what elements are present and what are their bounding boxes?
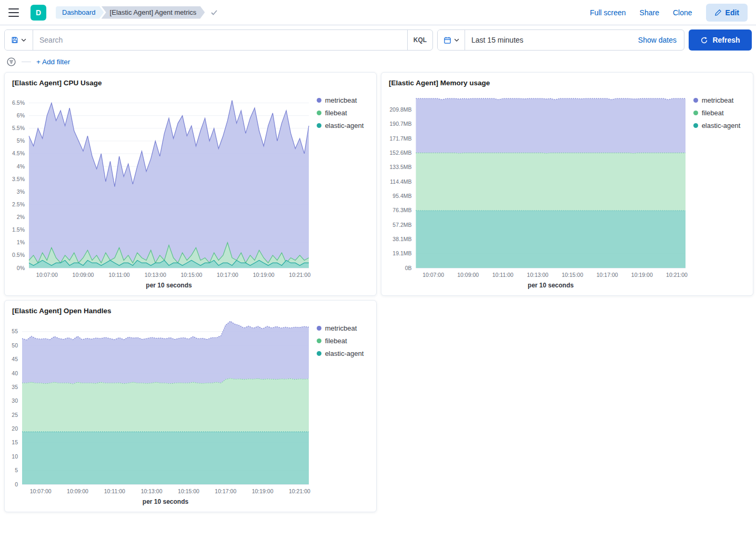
svg-text:10:09:00: 10:09:00 [67,488,88,494]
breadcrumb: Dashboard [Elastic Agent] Agent metrics [56,6,205,19]
chevron-down-icon [21,37,26,43]
query-bar: KQL Last 15 minutes Show dates Refresh [0,25,756,55]
svg-text:20: 20 [12,425,18,432]
area-chart-memory-usage[interactable]: 0B19.1MB38.1MB57.2MB76.3MB95.4MB114.4MB1… [385,90,688,291]
svg-text:10:11:00: 10:11:00 [104,488,125,494]
saved-query-button[interactable] [5,30,33,50]
legend-label: filebeat [325,337,347,345]
legend-label: metricbeat [325,96,357,104]
search-bar: KQL [4,29,433,51]
legend-label: filebeat [325,109,347,117]
legend-dot-icon [317,123,321,128]
legend-item-filebeat[interactable]: filebeat [693,109,750,117]
calendar-button[interactable] [438,30,465,50]
legend-dot-icon [317,98,321,103]
svg-text:25: 25 [12,412,18,418]
panel-title[interactable]: [Elastic Agent] CPU Usage [5,78,376,90]
legend-item-elastic-agent[interactable]: elastic-agent [317,350,373,357]
legend-item-metricbeat[interactable]: metricbeat [693,96,750,104]
breadcrumb-dashboard[interactable]: Dashboard [56,6,104,19]
search-input[interactable] [33,30,407,50]
time-range-value[interactable]: Last 15 minutes [465,36,638,44]
filter-icon[interactable] [6,57,16,67]
svg-text:10:17:00: 10:17:00 [217,272,238,278]
svg-text:per 10 seconds: per 10 seconds [528,282,574,289]
svg-text:5: 5 [15,467,18,473]
avatar[interactable]: D [31,5,46,21]
svg-text:10:09:00: 10:09:00 [73,272,94,278]
legend-item-metricbeat[interactable]: metricbeat [317,324,373,332]
menu-icon[interactable] [8,8,19,17]
svg-text:76.3MB: 76.3MB [392,207,411,213]
svg-text:10:13:00: 10:13:00 [145,272,166,278]
legend-label: filebeat [702,109,724,117]
chart-legend: metricbeatfilebeatelastic-agent [311,318,373,507]
area-chart-open-handles[interactable]: 051015202530354045505510:07:0010:09:0010… [8,318,311,507]
svg-text:50: 50 [12,342,18,348]
area-chart-cpu-usage[interactable]: 0%0.5%1%1.5%2%2.5%3%3.5%4%4.5%5%5.5%6%6.… [8,90,311,291]
svg-text:10:21:00: 10:21:00 [666,272,688,278]
legend-label: elastic-agent [325,122,364,129]
legend-dot-icon [317,326,321,331]
clone-button[interactable]: Clone [673,8,692,17]
legend-dot-icon [693,111,698,115]
svg-text:57.2MB: 57.2MB [392,222,411,228]
svg-text:40: 40 [12,370,18,376]
legend-item-filebeat[interactable]: filebeat [317,337,373,345]
svg-text:10:19:00: 10:19:00 [253,272,275,278]
panel-title[interactable]: [Elastic Agent] Open Handles [5,306,376,318]
svg-text:5.5%: 5.5% [12,125,25,131]
svg-text:55: 55 [12,328,18,334]
add-filter-button[interactable]: + Add filter [36,58,70,66]
svg-text:10:13:00: 10:13:00 [527,272,549,278]
chart-legend: metricbeatfilebeatelastic-agent [688,90,750,291]
date-picker: Last 15 minutes Show dates [437,29,684,51]
kql-badge[interactable]: KQL [407,30,432,50]
svg-text:1.5%: 1.5% [12,226,25,233]
svg-text:10:17:00: 10:17:00 [597,272,618,278]
header-actions: Full screen Share Clone Edit [590,4,748,22]
legend-dot-icon [693,123,698,128]
check-icon[interactable] [210,8,218,17]
refresh-button[interactable]: Refresh [689,29,752,51]
dashboard-grid: [Elastic Agent] CPU Usage 0%0.5%1%1.5%2%… [0,72,756,516]
svg-text:4.5%: 4.5% [12,150,25,156]
svg-text:171.7MB: 171.7MB [389,135,411,142]
save-icon [11,36,18,44]
show-dates-button[interactable]: Show dates [638,36,684,44]
svg-text:per 10 seconds: per 10 seconds [146,282,192,289]
svg-text:10:19:00: 10:19:00 [631,272,653,278]
svg-text:10:09:00: 10:09:00 [457,272,479,278]
svg-text:10:07:00: 10:07:00 [36,272,58,278]
svg-text:10:13:00: 10:13:00 [141,488,163,494]
panel-cpu-usage: [Elastic Agent] CPU Usage 0%0.5%1%1.5%2%… [4,72,377,296]
share-button[interactable]: Share [640,8,659,17]
top-header: D Dashboard [Elastic Agent] Agent metric… [0,0,756,25]
chart-legend: metricbeatfilebeatelastic-agent [311,90,373,291]
legend-item-metricbeat[interactable]: metricbeat [317,96,373,104]
svg-text:0B: 0B [405,265,412,271]
refresh-icon [700,36,708,44]
breadcrumb-current-page: [Elastic Agent] Agent metrics [102,6,205,19]
svg-text:10:15:00: 10:15:00 [178,488,199,494]
legend-item-elastic-agent[interactable]: elastic-agent [317,122,373,129]
svg-text:95.4MB: 95.4MB [392,193,411,199]
edit-button[interactable]: Edit [706,4,748,22]
legend-item-elastic-agent[interactable]: elastic-agent [693,122,750,129]
svg-text:2%: 2% [17,214,25,220]
full-screen-button[interactable]: Full screen [590,8,626,17]
legend-dot-icon [317,338,321,343]
svg-text:6%: 6% [17,112,25,118]
svg-text:10:15:00: 10:15:00 [180,272,202,278]
legend-label: metricbeat [325,324,357,332]
legend-label: elastic-agent [702,122,741,129]
svg-text:6.5%: 6.5% [12,99,25,106]
legend-item-filebeat[interactable]: filebeat [317,109,373,117]
svg-text:0%: 0% [17,265,25,271]
edit-button-label: Edit [725,8,739,17]
svg-text:190.7MB: 190.7MB [389,121,411,127]
calendar-icon [443,36,451,44]
svg-text:10:07:00: 10:07:00 [30,488,52,494]
svg-text:38.1MB: 38.1MB [392,236,411,242]
panel-title[interactable]: [Elastic Agent] Memory usage [381,78,753,90]
